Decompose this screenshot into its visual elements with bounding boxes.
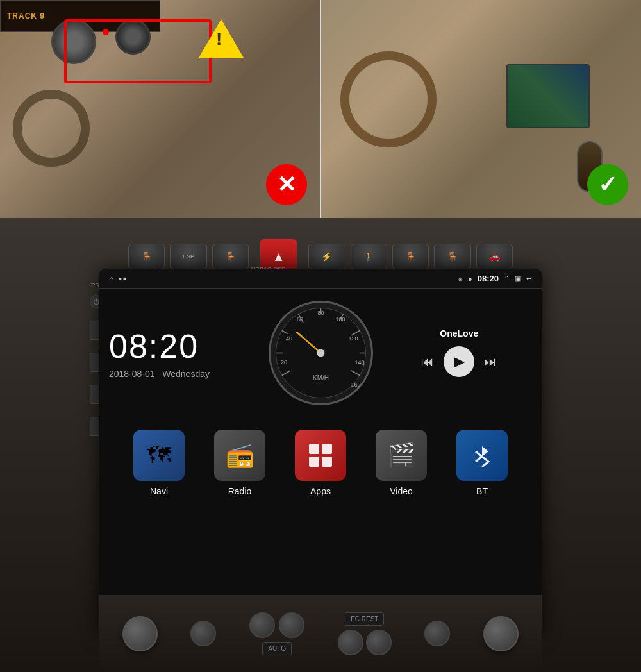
bottom-car-controls: AUTO EC REST bbox=[99, 595, 542, 672]
next-button[interactable]: ⏭ bbox=[484, 355, 497, 369]
bt-label: BT bbox=[476, 486, 488, 496]
clock-date: 2018-08-01 Wednesday bbox=[109, 369, 255, 379]
svg-text:20: 20 bbox=[280, 359, 287, 365]
x-symbol: ✕ bbox=[277, 171, 296, 198]
steering-wheel-wrong bbox=[13, 90, 90, 167]
back-icon: ↩ bbox=[526, 274, 532, 283]
clock-time: 08:20 bbox=[109, 327, 255, 365]
svg-rect-24 bbox=[322, 444, 332, 454]
correct-panel: ✓ bbox=[321, 0, 641, 218]
right-center: EC REST bbox=[338, 612, 392, 655]
small-btn-1[interactable] bbox=[338, 630, 363, 655]
svg-text:60: 60 bbox=[296, 316, 303, 323]
left-knob-2[interactable] bbox=[190, 621, 216, 646]
red-highlight-box bbox=[64, 19, 212, 83]
small-btn-2[interactable] bbox=[366, 630, 392, 655]
car-btn-6[interactable]: 🪑 bbox=[434, 244, 470, 269]
check-symbol: ✓ bbox=[598, 171, 617, 198]
wrong-panel: TRACK 9 ✕ bbox=[0, 0, 320, 218]
navi-icon-bg: 🗺 bbox=[133, 430, 185, 481]
radio-app-icon[interactable]: 📻 Radio bbox=[214, 430, 265, 496]
video-app-icon[interactable]: 🎬 Video bbox=[376, 430, 427, 496]
svg-text:100: 100 bbox=[335, 316, 345, 323]
status-left: ⌂ ● ■ bbox=[109, 274, 126, 283]
car-btn-7[interactable]: 🚗 bbox=[476, 244, 513, 269]
svg-rect-23 bbox=[309, 444, 319, 454]
left-knob-1[interactable] bbox=[122, 616, 158, 651]
music-widget: OneLove ⏮ ▶ ⏭ bbox=[387, 328, 533, 377]
navi-label: Navi bbox=[150, 486, 168, 496]
bt-app-icon[interactable]: BT bbox=[456, 430, 508, 496]
widget-area: 08:20 2018-08-01 Wednesday bbox=[99, 289, 542, 417]
bluetooth-icon: ⎈ bbox=[458, 275, 463, 283]
apps-grid-icon bbox=[306, 441, 335, 469]
apps-icon-bg bbox=[295, 430, 346, 481]
svg-rect-26 bbox=[322, 457, 332, 467]
check-mark: ✓ bbox=[587, 164, 628, 205]
ec-rest-button[interactable]: EC REST bbox=[345, 612, 384, 626]
svg-text:160: 160 bbox=[351, 382, 360, 388]
car-btn-4[interactable]: 🚶 bbox=[351, 244, 387, 269]
auto-button[interactable]: AUTO bbox=[262, 642, 292, 655]
apps-label: Apps bbox=[310, 486, 331, 496]
right-knob-2[interactable] bbox=[483, 616, 519, 651]
center-buttons: AUTO bbox=[249, 612, 304, 655]
steering-wheel-correct bbox=[340, 51, 437, 147]
x-mark: ✕ bbox=[266, 164, 307, 205]
video-icon-bg: 🎬 bbox=[376, 430, 427, 481]
navi-icon-symbol: 🗺 bbox=[147, 442, 171, 469]
svg-text:KM/H: KM/H bbox=[313, 374, 329, 382]
track-text: TRACK 9 bbox=[7, 12, 45, 21]
navi-app-icon[interactable]: 🗺 Navi bbox=[133, 430, 185, 496]
window-icon: ▣ bbox=[515, 274, 521, 283]
car-btn-3[interactable]: ⚡ bbox=[308, 244, 345, 269]
center-btn-row-1 bbox=[249, 612, 304, 638]
main-car-section: 🪑 ESP 🪑 ▲ ⚡ 🚶 🪑 🪑 🚗 AIRBAG OFF RST ⏻ ⌂ ●… bbox=[0, 218, 641, 672]
car-btn-1[interactable]: 🪑 bbox=[128, 244, 165, 269]
radio-icon-bg: 📻 bbox=[214, 430, 265, 481]
red-indicator-dot bbox=[103, 29, 109, 35]
play-button[interactable]: ▶ bbox=[444, 346, 474, 377]
car-btn-2[interactable]: 🪑 bbox=[212, 244, 249, 269]
status-right: ⎈ ● 08:20 ⌃ ▣ ↩ bbox=[458, 274, 532, 283]
song-title: OneLove bbox=[440, 328, 478, 339]
nav-screen bbox=[506, 64, 590, 128]
apps-app-icon[interactable]: Apps bbox=[295, 430, 346, 496]
speedometer-widget: 40 60 80 100 120 140 20 160 KM/H bbox=[265, 297, 377, 409]
small-btn-row bbox=[338, 630, 392, 655]
svg-rect-25 bbox=[309, 457, 319, 467]
bluetooth-symbol bbox=[468, 441, 496, 469]
headunit-screen: ⌂ ● ■ ⎈ ● 08:20 ⌃ ▣ ↩ 08:20 2018-08-01 bbox=[99, 269, 542, 635]
car-btn-esp[interactable]: ESP bbox=[170, 244, 206, 269]
prev-button[interactable]: ⏮ bbox=[421, 355, 434, 369]
svg-text:120: 120 bbox=[348, 335, 358, 342]
video-label: Video bbox=[390, 486, 413, 496]
clock-widget: 08:20 2018-08-01 Wednesday bbox=[109, 327, 255, 379]
radio-icon-symbol: 📻 bbox=[226, 442, 254, 469]
screen-content: 08:20 2018-08-01 Wednesday bbox=[99, 289, 542, 635]
map-display bbox=[508, 65, 588, 127]
music-controls: ⏮ ▶ ⏭ bbox=[421, 346, 497, 377]
svg-text:80: 80 bbox=[317, 310, 324, 316]
app-icons-row: 🗺 Navi 📻 Radio bbox=[99, 423, 542, 503]
home-icon: ⌂ bbox=[109, 274, 113, 283]
warning-icon bbox=[199, 19, 244, 58]
car-btn-5[interactable]: 🪑 bbox=[392, 244, 429, 269]
status-bar: ⌂ ● ■ ⎈ ● 08:20 ⌃ ▣ ↩ bbox=[99, 269, 542, 289]
svg-point-21 bbox=[317, 349, 324, 357]
radio-label: Radio bbox=[228, 486, 252, 496]
svg-line-27 bbox=[476, 451, 482, 457]
warning-triangle bbox=[199, 19, 244, 58]
expand-icon: ⌃ bbox=[504, 274, 510, 283]
status-time: 08:20 bbox=[478, 274, 499, 283]
notification-icons: ● ■ bbox=[119, 276, 126, 281]
right-knob-1[interactable] bbox=[424, 621, 450, 646]
center-btn-b[interactable] bbox=[279, 612, 304, 638]
svg-line-28 bbox=[476, 457, 482, 462]
svg-text:40: 40 bbox=[285, 335, 292, 342]
center-btn-a[interactable] bbox=[249, 612, 275, 638]
signal-dot: ● bbox=[468, 275, 472, 283]
svg-text:140: 140 bbox=[354, 359, 364, 365]
bt-icon-bg bbox=[456, 430, 508, 481]
day-value: Wednesday bbox=[162, 369, 210, 379]
